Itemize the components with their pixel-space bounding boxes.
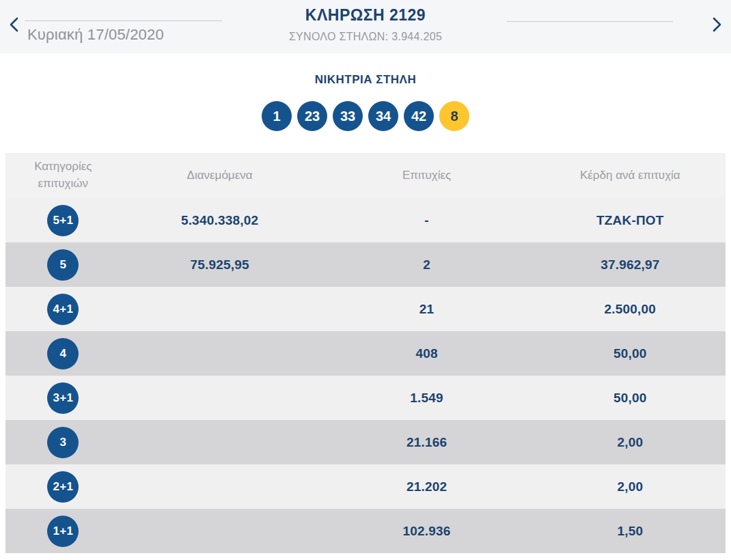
winners-cell: 408 [318, 346, 534, 361]
bonus-number-ball: 8 [439, 101, 469, 131]
category-badge: 5+1 [47, 205, 79, 236]
winners-cell: 21 [318, 302, 534, 317]
prize-cell: 2,00 [535, 435, 726, 450]
winning-number-ball: 42 [404, 101, 434, 131]
winners-cell: 102.936 [318, 524, 534, 539]
total-columns-label: ΣΥΝΟΛΟ ΣΤΗΛΩΝ: [289, 31, 389, 42]
table-row: 3+1 1.549 50,00 [5, 376, 726, 420]
category-badge: 2+1 [47, 471, 79, 503]
winning-column-section: ΝΙΚΗΤΡΙΑ ΣΤΗΛΗ 1 23 33 34 42 8 [0, 73, 731, 131]
category-badge: 4+1 [47, 294, 79, 325]
table-row: 5 75.925,95 2 37.962,97 [5, 242, 726, 287]
category-badge: 5 [47, 249, 79, 281]
category-badge: 3 [47, 427, 79, 458]
prize-cell: 50,00 [535, 391, 726, 406]
table-row: 5+1 5.340.338,02 - ΤΖΑΚ-ΠΟΤ [5, 198, 726, 242]
prize-cell: 37.962,97 [535, 257, 726, 272]
winning-numbers-row: 1 23 33 34 42 8 [0, 101, 731, 131]
prize-cell: 2.500,00 [535, 302, 726, 317]
table-row: 4 408 50,00 [5, 331, 726, 376]
next-draw-date-block [507, 21, 673, 22]
category-badge: 3+1 [47, 382, 79, 414]
winners-cell: 21.202 [318, 479, 534, 494]
column-header-categories: Κατηγορίες επιτυχιών [5, 158, 121, 192]
winners-cell: 2 [318, 257, 534, 272]
winning-number-ball: 33 [333, 101, 363, 131]
column-header-winners: Επιτυχίες [318, 169, 534, 182]
table-header-row: Κατηγορίες επιτυχιών Διανεμόμενα Επιτυχί… [5, 153, 726, 198]
winning-number-ball: 34 [368, 101, 398, 131]
winning-number-ball: 23 [297, 101, 327, 131]
distributed-cell: 75.925,95 [121, 257, 319, 272]
category-badge: 1+1 [47, 516, 79, 547]
prize-cell: 2,00 [535, 479, 726, 494]
winning-number-ball: 1 [262, 101, 292, 131]
winners-cell: - [318, 213, 534, 228]
draw-navigation-header: Κυριακή 17/05/2020 ΚΛΗΡΩΣΗ 2129 ΣΥΝΟΛΟ Σ… [0, 0, 731, 53]
next-draw-button[interactable] [708, 14, 726, 36]
category-badge: 4 [47, 338, 79, 369]
total-columns: ΣΥΝΟΛΟ ΣΤΗΛΩΝ: 3.944.205 [0, 31, 731, 43]
winners-cell: 1.549 [318, 391, 534, 406]
distributed-cell: 5.340.338,02 [121, 213, 319, 228]
draw-title-block: ΚΛΗΡΩΣΗ 2129 ΣΥΝΟΛΟ ΣΤΗΛΩΝ: 3.944.205 [0, 6, 731, 43]
table-row: 2+1 21.202 2,00 [5, 464, 726, 509]
table-row: 4+1 21 2.500,00 [5, 287, 726, 331]
table-row: 3 21.166 2,00 [5, 420, 726, 464]
winning-column-title: ΝΙΚΗΤΡΙΑ ΣΤΗΛΗ [0, 73, 731, 87]
chevron-right-icon [709, 26, 724, 36]
prize-cell: 1,50 [535, 524, 726, 539]
prize-categories-table: Κατηγορίες επιτυχιών Διανεμόμενα Επιτυχί… [5, 153, 726, 553]
total-columns-value: 3.944.205 [391, 31, 442, 42]
column-header-distributed: Διανεμόμενα [121, 169, 319, 182]
prize-cell: 50,00 [535, 346, 726, 361]
column-header-prize: Κέρδη ανά επιτυχία [535, 169, 726, 182]
prize-cell: ΤΖΑΚ-ΠΟΤ [535, 213, 726, 228]
winners-cell: 21.166 [318, 435, 534, 450]
table-row: 1+1 102.936 1,50 [5, 509, 726, 553]
